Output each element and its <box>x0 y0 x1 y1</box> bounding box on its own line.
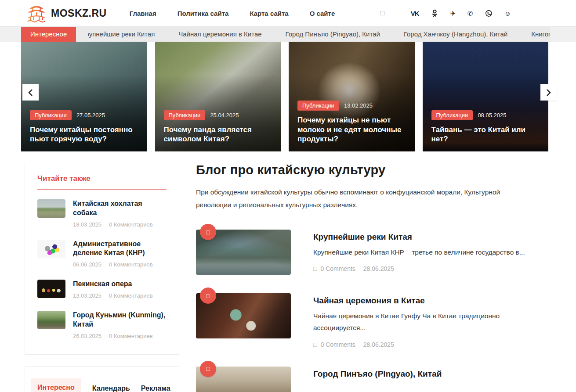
thumbnail-rivers[interactable]: □ <box>196 230 291 275</box>
nav-about[interactable]: О сайте <box>310 10 335 17</box>
post-format-icon: □ <box>200 361 216 377</box>
post-format-icon: □ <box>200 288 216 304</box>
list-item[interactable]: Город Куньмин (Kunming), Китай 26.03.202… <box>37 311 167 339</box>
side-item-date: 18.03.2025 <box>73 221 101 228</box>
read-also-widget: Читайте также Китайская хохлатая собака … <box>25 163 179 355</box>
content-area: Читайте также Китайская хохлатая собака … <box>0 151 576 392</box>
side-item-comments: 0 Комментариев <box>109 221 153 228</box>
side-item-title[interactable]: Административное деление Китая (КНР) <box>73 240 167 258</box>
slide-title[interactable]: Почему китайцы постоянно пьют горячую во… <box>30 125 138 144</box>
slide-caption: Публикации 08.05.2025 Тайвань — это Кита… <box>423 104 549 152</box>
carousel-slide-milk[interactable]: Публикации 13.02.2025 Почему китайцы не … <box>289 42 415 151</box>
carousel-slide-taiwan[interactable]: Публикации 08.05.2025 Тайвань — это Кита… <box>423 42 549 151</box>
category-badge[interactable]: Публикации <box>30 110 72 120</box>
category-badge[interactable]: Публикации <box>164 110 206 120</box>
intro-text: При обсуждении китайской культуры обычно… <box>196 186 517 211</box>
side-item-title[interactable]: Китайская хохлатая собака <box>73 199 167 218</box>
widget-tab-interesno[interactable]: Интересно <box>31 378 81 392</box>
whatsapp-icon[interactable] <box>485 10 493 17</box>
side-item-date: 06.06.2025 <box>73 261 101 268</box>
vk-icon[interactable]: VK <box>411 10 419 17</box>
page-title: Блог про китайскую культуру <box>196 163 548 177</box>
comments-count[interactable]: 0 Comments <box>320 265 355 272</box>
category-badge[interactable]: Публикации <box>431 110 473 120</box>
telegram-icon[interactable]: ✈ <box>450 10 456 17</box>
article-row-pingyao: □ Город Пинъяо (Pingyao), Китай <box>196 367 548 392</box>
side-item-title[interactable]: Пекинская опера <box>73 280 153 289</box>
article-meta: □ 0 Comments 28.06.2025 <box>313 265 525 272</box>
article-title[interactable]: Крупнейшие реки Китая <box>313 232 525 242</box>
thumbnail-kunming <box>37 311 65 329</box>
nav-home[interactable]: Главная <box>130 10 156 17</box>
read-also-title: Читайте также <box>37 174 167 190</box>
article-row-rivers: □ Крупнейшие реки Китая Крупнейшие реки … <box>196 230 548 275</box>
slide-date: 13.02.2025 <box>344 102 373 109</box>
side-item-date: 13.03.2025 <box>73 292 101 299</box>
smiley-icon[interactable]: ☺ <box>504 10 511 17</box>
thumbnail-opera <box>37 280 65 298</box>
search-icon[interactable]: □ <box>380 9 384 17</box>
article-title[interactable]: Город Пинъяо (Pingyao), Китай <box>313 369 442 379</box>
article-excerpt: Чайная церемония в Китае Гунфу Ча в Кита… <box>313 310 548 334</box>
sidebar-tabs-widget: Интересно Календарь Реклама <box>25 366 179 392</box>
main-nav: Главная Политика сайта Карта сайта О сай… <box>130 10 356 17</box>
side-item-comments: 0 Комментариев <box>109 261 153 268</box>
site-logo[interactable]: MOSKZ.RU <box>27 4 107 23</box>
category-badge[interactable]: Публикации <box>297 101 339 111</box>
carousel-slide-hot-water[interactable]: Публикации 27.05.2025 Почему китайцы пос… <box>21 42 147 151</box>
article-date: 28.06.2025 <box>363 341 394 348</box>
side-item-comments: 0 Комментариев <box>109 292 153 299</box>
carousel-slide-panda[interactable]: Публикации 25.04.2025 Почему панда являе… <box>155 42 281 151</box>
thumbnail-china-map <box>37 240 65 258</box>
slide-title[interactable]: Тайвань — это Китай или нет? <box>431 125 540 144</box>
side-item-date: 26.03.2025 <box>73 333 101 339</box>
widget-tab-calendar[interactable]: Календарь <box>92 379 130 392</box>
viber-icon[interactable]: ✆ <box>467 10 473 17</box>
slide-title[interactable]: Почему китайцы не пьют молоко и не едят … <box>297 115 406 144</box>
article-row-tea: □ Чайная церемония в Китае Чайная церемо… <box>196 293 548 348</box>
slide-caption: Публикации 25.04.2025 Почему панда являе… <box>155 104 281 152</box>
site-header: MOSKZ.RU Главная Политика сайта Карта са… <box>0 0 576 27</box>
side-item-comments: 0 Комментариев <box>109 333 153 339</box>
tab-hangzhou[interactable]: Город Ханчжоу (Hangzhou), Китай <box>392 27 519 42</box>
slide-title[interactable]: Почему панда является символом Китая? <box>164 125 272 144</box>
comments-count[interactable]: 0 Comments <box>320 341 355 348</box>
list-item[interactable]: Административное деление Китая (КНР) 06.… <box>37 240 167 268</box>
carousel-next-button[interactable] <box>540 84 557 101</box>
list-item[interactable]: Китайская хохлатая собака 18.03.2025 0 К… <box>37 199 167 228</box>
article-title[interactable]: Чайная церемония в Китае <box>313 296 548 306</box>
carousel-prev-button[interactable] <box>22 84 39 101</box>
featured-carousel: Публикации 27.05.2025 Почему китайцы пос… <box>21 42 548 151</box>
tab-rivers[interactable]: Крупнейшие реки Китая <box>76 27 167 42</box>
slide-date: 08.05.2025 <box>478 112 506 119</box>
odnoklassniki-icon[interactable] <box>431 10 438 17</box>
post-format-icon: □ <box>200 224 216 240</box>
tab-book-printing[interactable]: Книгопе <box>519 27 550 42</box>
tab-pingyao[interactable]: Город Пинъяо (Pingyao), Китай <box>274 27 392 42</box>
sidebar: Читайте также Китайская хохлатая собака … <box>25 163 179 392</box>
pagoda-logo-icon <box>27 4 46 23</box>
thumbnail-dog <box>37 199 65 218</box>
article-excerpt: Крупнейшие реки Китая КНР – третье по ве… <box>313 246 525 258</box>
comments-icon: □ <box>313 341 317 348</box>
article-meta: □ 0 Comments 28.06.2025 <box>313 341 548 348</box>
site-name: MOSKZ.RU <box>51 7 107 19</box>
article-date: 28.06.2025 <box>363 265 394 272</box>
side-item-title[interactable]: Город Куньмин (Kunming), Китай <box>73 311 167 329</box>
slide-date: 27.05.2025 <box>76 112 105 119</box>
main-column: Блог про китайскую культуру При обсужден… <box>196 163 548 392</box>
tabstrip-bar: Интересное Крупнейшие реки Китая Чайная … <box>0 27 576 42</box>
widget-tab-ads[interactable]: Реклама <box>141 379 170 392</box>
list-item[interactable]: Пекинская опера 13.03.2025 0 Комментарие… <box>37 280 167 299</box>
tab-interesnoe[interactable]: Интересное <box>21 27 76 42</box>
slide-caption: Публикации 13.02.2025 Почему китайцы не … <box>289 94 415 151</box>
thumbnail-pingyao[interactable]: □ <box>196 367 291 392</box>
tab-tea-ceremony[interactable]: Чайная церемония в Китае <box>167 27 273 42</box>
social-links: VK ✈ ✆ ☺ <box>411 10 511 17</box>
comments-icon: □ <box>313 265 317 272</box>
slide-date: 25.04.2025 <box>210 112 239 119</box>
nav-sitemap[interactable]: Карта сайта <box>250 10 288 17</box>
article-tabs: Интересное Крупнейшие реки Китая Чайная … <box>21 27 550 42</box>
thumbnail-tea[interactable]: □ <box>196 293 291 338</box>
nav-site-policy[interactable]: Политика сайта <box>178 10 229 17</box>
